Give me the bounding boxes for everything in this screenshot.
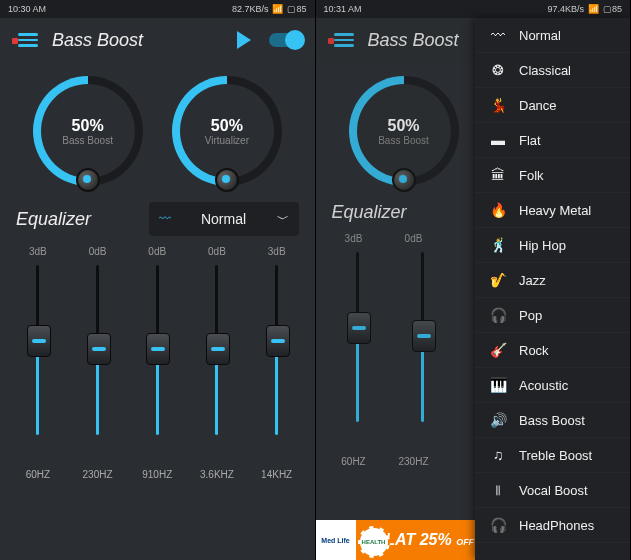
bass-boost-knob-icon[interactable] [76, 168, 100, 192]
preset-icon: 🕺 [489, 236, 507, 254]
preset-item[interactable]: ▬Flat [475, 123, 630, 158]
eq-slider[interactable] [8, 265, 68, 465]
preset-label: Rock [519, 343, 549, 358]
preset-icon: 🔥 [489, 201, 507, 219]
preset-icon: 🏛 [489, 166, 507, 184]
virtualizer-knob-icon[interactable] [215, 168, 239, 192]
preset-item[interactable]: 〰Normal [475, 18, 630, 53]
freq-label: 14KHZ [247, 469, 307, 480]
preset-item[interactable]: 🔊Bass Boost [475, 403, 630, 438]
preset-label: Normal [519, 28, 561, 43]
chevron-down-icon: ﹀ [277, 211, 289, 228]
wave-icon: 〰 [159, 212, 171, 226]
freq-label: 60HZ [8, 469, 68, 480]
preset-icon: ❂ [489, 61, 507, 79]
ad-banner[interactable]: Med Life HEALTH FLAT 25% OFF [316, 520, 476, 560]
preset-item[interactable]: 🎧HeadPhones [475, 508, 630, 543]
preset-menu: 〰Normal❂Classical💃Dance▬Flat🏛Folk🔥Heavy … [475, 18, 630, 560]
freq-row: 60HZ230HZ910HZ3.6KHZ14KHZ [0, 465, 315, 488]
slider-thumb-icon[interactable] [146, 333, 170, 365]
preset-label: Treble Boost [519, 448, 592, 463]
eq-slider[interactable] [247, 265, 307, 465]
preset-item[interactable]: ♫Treble Boost [475, 438, 630, 473]
app-bar: Bass Boost [0, 18, 315, 62]
equalizer-title: Equalizer [16, 209, 139, 230]
status-speed: 82.7KB/s [232, 4, 269, 14]
eq-slider[interactable] [403, 252, 443, 452]
freq-label: 910HZ [127, 469, 187, 480]
preset-icon: 🎹 [489, 376, 507, 394]
eq-slider[interactable] [127, 265, 187, 465]
battery-icon: ▢85 [287, 4, 306, 14]
bass-boost-dial[interactable]: 50% Bass Boost [344, 76, 464, 186]
preset-item[interactable]: 🎸Rock [475, 333, 630, 368]
ad-badge-icon: HEALTH [358, 526, 390, 558]
db-row: 3dB 0dB 0dB 0dB 3dB [0, 244, 315, 259]
slider-thumb-icon[interactable] [87, 333, 111, 365]
preset-icon: 🔊 [489, 411, 507, 429]
preset-label: Hip Hop [519, 238, 566, 253]
eq-slider[interactable] [338, 252, 378, 452]
preset-item[interactable]: 🎧Pop [475, 298, 630, 333]
freq-label: 230HZ [68, 469, 128, 480]
virtualizer-label: Virtualizer [205, 135, 249, 146]
preset-label: Acoustic [519, 378, 568, 393]
db-label: 0dB [187, 246, 247, 257]
bass-boost-knob-icon[interactable] [392, 168, 416, 192]
preset-label: Pop [519, 308, 542, 323]
preset-icon: 🎷 [489, 271, 507, 289]
menu-button[interactable] [334, 33, 354, 47]
app-title: Bass Boost [52, 30, 237, 51]
preset-item[interactable]: ❂Classical [475, 53, 630, 88]
slider-row [0, 259, 315, 465]
db-label: 0dB [384, 233, 444, 244]
status-bar: 10:31 AM 97.4KB/s 📶 ▢85 [316, 0, 631, 18]
slider-thumb-icon[interactable] [206, 333, 230, 365]
db-label: 0dB [127, 246, 187, 257]
power-toggle[interactable] [269, 33, 303, 47]
equalizer-header: Equalizer 〰 Normal ﹀ [0, 194, 315, 244]
preset-icon: 💃 [489, 96, 507, 114]
bass-boost-dial[interactable]: 50% Bass Boost [28, 76, 148, 186]
preset-label: Jazz [519, 273, 546, 288]
db-label: 0dB [68, 246, 128, 257]
slider-thumb-icon[interactable] [27, 325, 51, 357]
virtualizer-value: 50% [211, 117, 243, 135]
bass-boost-value: 50% [387, 117, 419, 135]
status-time: 10:31 AM [324, 4, 362, 14]
preset-label: Vocal Boost [519, 483, 588, 498]
preset-item[interactable]: ⦀Vocal Boost [475, 473, 630, 508]
preset-icon: 🎧 [489, 306, 507, 324]
eq-slider[interactable] [68, 265, 128, 465]
preset-item[interactable]: 🎹Acoustic [475, 368, 630, 403]
slider-thumb-icon[interactable] [347, 312, 371, 344]
preset-label: Flat [519, 133, 541, 148]
virtualizer-dial[interactable]: 50% Virtualizer [167, 76, 287, 186]
preset-item[interactable]: 🕺Hip Hop [475, 228, 630, 263]
play-button[interactable] [237, 31, 251, 49]
screen-main: 10:30 AM 82.7KB/s 📶 ▢85 Bass Boost 50% B… [0, 0, 316, 560]
slider-thumb-icon[interactable] [266, 325, 290, 357]
preset-label: Normal [201, 211, 246, 227]
preset-dropdown[interactable]: 〰 Normal ﹀ [149, 202, 299, 236]
menu-button[interactable] [18, 33, 38, 47]
status-time: 10:30 AM [8, 4, 46, 14]
bass-boost-value: 50% [72, 117, 104, 135]
slider-thumb-icon[interactable] [412, 320, 436, 352]
eq-slider[interactable] [187, 265, 247, 465]
freq-label: 60HZ [324, 456, 384, 467]
preset-icon: ▬ [489, 131, 507, 149]
preset-label: Bass Boost [519, 413, 585, 428]
db-label: 3dB [247, 246, 307, 257]
dials-row: 50% Bass Boost 50% Virtualizer [0, 62, 315, 194]
preset-label: Heavy Metal [519, 203, 591, 218]
db-label: 3dB [324, 233, 384, 244]
preset-item[interactable]: 🎷Jazz [475, 263, 630, 298]
status-speed: 97.4KB/s [547, 4, 584, 14]
preset-item[interactable]: 💃Dance [475, 88, 630, 123]
bass-boost-label: Bass Boost [378, 135, 429, 146]
preset-label: Classical [519, 63, 571, 78]
preset-item[interactable]: 🔥Heavy Metal [475, 193, 630, 228]
preset-item[interactable]: 🏛Folk [475, 158, 630, 193]
signal-icon: 📶 [588, 4, 599, 14]
